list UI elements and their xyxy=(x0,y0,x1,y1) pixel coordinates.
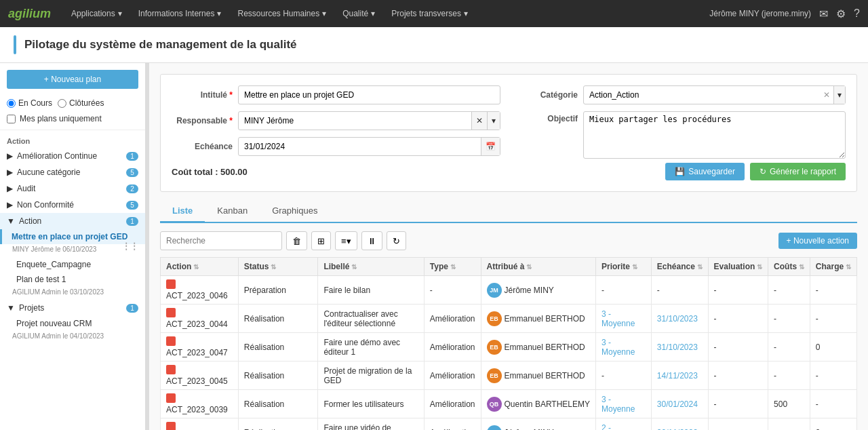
priority-link[interactable]: 2 - Importante xyxy=(601,423,640,431)
new-plan-button[interactable]: + Nouveau plan xyxy=(7,70,138,89)
search-input[interactable] xyxy=(160,231,282,250)
column-view-button[interactable]: ⊞ xyxy=(311,231,331,250)
generate-report-button[interactable]: ↻ Générer le rapport xyxy=(750,163,846,180)
save-button[interactable]: 💾 Sauvegarder xyxy=(665,163,745,180)
group-button[interactable]: ≡▾ xyxy=(335,231,357,250)
cell-couts: 500 xyxy=(768,390,810,418)
col-header-action[interactable]: Action xyxy=(161,258,239,276)
date-link[interactable]: 14/11/2023 xyxy=(657,371,698,380)
cell-action: ACT_2023_0049 xyxy=(161,418,239,431)
cell-priorite[interactable]: 3 - Moyenne xyxy=(596,390,652,418)
priority-link[interactable]: 3 - Moyenne xyxy=(601,395,635,414)
avatar: JM xyxy=(487,425,502,431)
tab-graphiques[interactable]: Graphiques xyxy=(260,200,330,223)
form-left-col: Intitulé * Responsable * ✕ ▾ xyxy=(172,85,500,159)
calendar-icon[interactable]: 📅 xyxy=(481,138,500,155)
categorie-select[interactable]: ✕ ▾ xyxy=(583,85,846,104)
cell-priorite[interactable]: 3 - Moyenne xyxy=(596,305,652,333)
nav-applications[interactable]: Applications ▾ xyxy=(64,5,129,22)
nav-ressources-humaines[interactable]: Ressources Humaines ▾ xyxy=(231,5,333,22)
sidebar-item-non-conformite[interactable]: ▶ Non Conformité 5 xyxy=(0,197,145,213)
priority-link[interactable]: 3 - Moyenne xyxy=(601,338,635,357)
status-red-badge[interactable] xyxy=(166,308,176,317)
table-row: ACT_2023_0044RéalisationContractualiser … xyxy=(161,305,857,333)
active-plan-item[interactable]: Mettre en place un projet GED ⋮⋮ xyxy=(0,229,145,244)
date-link[interactable]: 31/10/2023 xyxy=(657,343,698,352)
intitule-label: Intitulé * xyxy=(172,90,233,100)
cell-echeance[interactable]: - xyxy=(651,276,708,305)
avatar: EB xyxy=(487,311,502,326)
sidebar-sub-projet-crm[interactable]: Projet nouveau CRM xyxy=(0,316,145,331)
cell-priorite[interactable]: 2 - Importante xyxy=(596,418,652,431)
cell-echeance[interactable]: 30/11/2023 xyxy=(651,418,708,431)
status-red-badge[interactable] xyxy=(166,393,176,403)
tab-kanban[interactable]: Kanban xyxy=(205,200,260,223)
col-header-couts[interactable]: Coûts xyxy=(768,258,810,276)
categorie-dropdown-btn[interactable]: ▾ xyxy=(833,86,845,104)
priority-link[interactable]: 3 - Moyenne xyxy=(601,309,635,328)
refresh-button[interactable]: ↻ xyxy=(387,231,406,250)
tab-liste[interactable]: Liste xyxy=(160,200,205,223)
cell-libelle: Former les utilisateurs xyxy=(318,390,424,418)
objectif-textarea[interactable]: Mieux partager les procédures xyxy=(583,111,846,159)
categorie-input[interactable] xyxy=(584,87,820,102)
responsable-dropdown-btn[interactable]: ▾ xyxy=(487,112,500,130)
cell-echeance[interactable]: 14/11/2023 xyxy=(651,361,708,390)
sidebar-item-aucune-categorie[interactable]: ▶ Aucune catégorie 5 xyxy=(0,164,145,180)
echeance-input[interactable] xyxy=(239,139,481,154)
echeance-field[interactable]: 📅 xyxy=(238,137,500,156)
new-action-button[interactable]: + Nouvelle action xyxy=(778,233,857,249)
help-icon[interactable]: ? xyxy=(854,7,860,20)
responsable-select[interactable]: ✕ ▾ xyxy=(238,111,500,130)
avatar: EB xyxy=(487,340,502,355)
cell-type: Amélioration xyxy=(424,333,481,361)
status-red-badge[interactable] xyxy=(166,365,176,374)
responsable-clear-btn[interactable]: ✕ xyxy=(471,112,487,130)
cell-echeance[interactable]: 31/10/2023 xyxy=(651,305,708,333)
cell-echeance[interactable]: 30/01/2024 xyxy=(651,390,708,418)
sidebar-item-amelioration-continue[interactable]: ▶ Amélioration Continue 1 xyxy=(0,148,145,164)
responsable-input[interactable] xyxy=(239,113,471,128)
clear-filter-button[interactable]: 🗑 xyxy=(286,231,307,250)
intitule-input[interactable] xyxy=(238,85,500,104)
sidebar-item-audit[interactable]: ▶ Audit 2 xyxy=(0,180,145,197)
nav-qualite[interactable]: Qualité ▾ xyxy=(336,5,382,22)
nav-informations-internes[interactable]: Informations Internes ▾ xyxy=(132,5,229,22)
col-header-evaluation[interactable]: Evaluation xyxy=(708,258,768,276)
date-link[interactable]: 30/01/2024 xyxy=(657,399,698,409)
col-header-charge[interactable]: Charge xyxy=(810,258,856,276)
tabs-bar: Liste Kanban Graphiques xyxy=(160,200,857,223)
status-red-badge[interactable] xyxy=(166,422,176,430)
sidebar-sub-enquete-campagne[interactable]: Enquete_Campagne xyxy=(0,257,145,272)
status-red-badge[interactable] xyxy=(166,336,176,346)
col-header-echeance[interactable]: Echéance xyxy=(651,258,708,276)
gear-icon[interactable]: ⚙ xyxy=(836,7,846,20)
sidebar-item-action[interactable]: ▼ Action 1 xyxy=(0,213,145,229)
mail-icon[interactable]: ✉ xyxy=(819,7,828,20)
date-link[interactable]: 30/11/2023 xyxy=(657,428,698,431)
sidebar-sub-plan-test-1[interactable]: Plan de test 1 xyxy=(0,272,145,287)
cell-priorite[interactable]: - xyxy=(596,361,652,390)
sidebar-resize-handle[interactable] xyxy=(142,63,145,430)
col-header-attribue[interactable]: Attribué à xyxy=(481,258,596,276)
pause-button[interactable]: ⏸ xyxy=(361,231,382,250)
categorie-clear-btn[interactable]: ✕ xyxy=(820,90,833,100)
mes-plans-filter[interactable]: Mes plans uniquement xyxy=(0,112,145,125)
col-header-priorite[interactable]: Priorite xyxy=(596,258,652,276)
chevron-right-icon: ▶ xyxy=(7,168,13,177)
col-header-type[interactable]: Type xyxy=(424,258,481,276)
col-header-status[interactable]: Status xyxy=(238,258,318,276)
cell-type: Amélioration xyxy=(424,418,481,431)
clotures-radio[interactable]: Clôturées xyxy=(58,98,104,108)
status-red-badge[interactable] xyxy=(166,279,176,289)
cell-action: ACT_2023_0039 xyxy=(161,390,239,418)
cell-evaluation: - xyxy=(708,418,768,431)
en-cours-radio[interactable]: En Cours xyxy=(7,98,52,108)
col-header-libelle[interactable]: Libellé xyxy=(318,258,424,276)
cell-echeance[interactable]: 31/10/2023 xyxy=(651,333,708,361)
nav-projets-transverses[interactable]: Projets transverses ▾ xyxy=(384,5,475,22)
cell-priorite[interactable]: 3 - Moyenne xyxy=(596,333,652,361)
sidebar-item-projets[interactable]: ▼ Projets 1 xyxy=(0,300,145,316)
cell-priorite[interactable]: - xyxy=(596,276,652,305)
date-link[interactable]: 31/10/2023 xyxy=(657,314,698,324)
